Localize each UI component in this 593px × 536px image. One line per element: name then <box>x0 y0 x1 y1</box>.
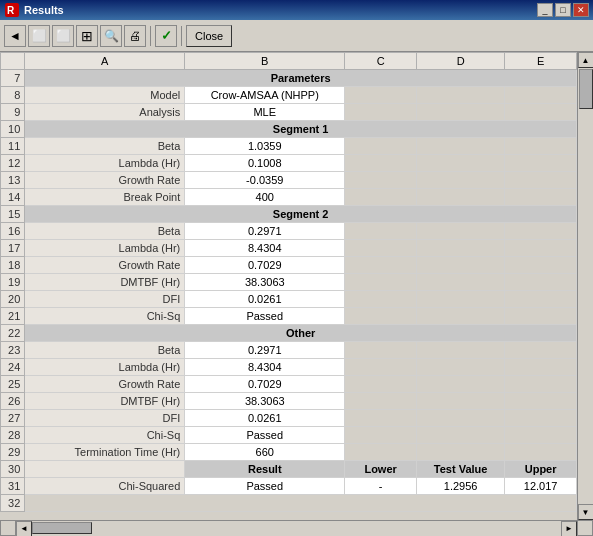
grid-button[interactable]: ⊞ <box>76 25 98 47</box>
svg-text:R: R <box>7 5 15 16</box>
table-row: 9AnalysisMLE <box>1 104 577 121</box>
col-d-cell <box>416 274 504 291</box>
table-row: 23Beta0.2971 <box>1 342 577 359</box>
table-row: 30ResultLowerTest ValueUpper <box>1 461 577 478</box>
label-cell <box>25 461 185 478</box>
table-row: 21Chi-SqPassed <box>1 308 577 325</box>
row-number: 23 <box>1 342 25 359</box>
col-c-cell <box>345 274 417 291</box>
col-e-header: E <box>505 53 577 70</box>
col-e-cell <box>505 444 577 461</box>
col-d-header: D <box>416 53 504 70</box>
param-value: 38.3063 <box>185 274 345 291</box>
col-d-cell <box>416 427 504 444</box>
scroll-track-h <box>32 521 561 536</box>
param-label: DFI <box>25 410 185 427</box>
col-b-header: B <box>185 53 345 70</box>
vertical-scrollbar[interactable]: ▲ ▼ <box>577 52 593 520</box>
paste-button[interactable]: ⬜ <box>52 25 74 47</box>
lower-label: Lower <box>345 461 417 478</box>
col-c-cell <box>345 189 417 206</box>
col-d-cell <box>416 359 504 376</box>
col-c-cell <box>345 342 417 359</box>
param-label: Break Point <box>25 189 185 206</box>
scroll-up-button[interactable]: ▲ <box>578 52 594 68</box>
param-value: 1.0359 <box>185 138 345 155</box>
scroll-thumb-v[interactable] <box>579 69 593 109</box>
col-e-cell <box>505 376 577 393</box>
row-number: 30 <box>1 461 25 478</box>
scroll-left-button[interactable]: ◄ <box>16 521 32 537</box>
close-button-toolbar[interactable]: Close <box>186 25 232 47</box>
col-e-cell <box>505 223 577 240</box>
param-value: 0.7029 <box>185 376 345 393</box>
col-c-cell <box>345 427 417 444</box>
maximize-button[interactable]: □ <box>555 3 571 17</box>
param-label: DMTBF (Hr) <box>25 393 185 410</box>
row-number: 8 <box>1 87 25 104</box>
row-number: 17 <box>1 240 25 257</box>
param-label: Lambda (Hr) <box>25 240 185 257</box>
col-d-cell <box>416 104 504 121</box>
col-d-cell <box>416 444 504 461</box>
row-num-header <box>1 53 25 70</box>
col-e-cell <box>505 342 577 359</box>
param-value: MLE <box>185 104 345 121</box>
col-e-cell <box>505 257 577 274</box>
param-label: Beta <box>25 342 185 359</box>
test-value: 1.2956 <box>416 478 504 495</box>
param-value: -0.0359 <box>185 172 345 189</box>
copy-button[interactable]: ⬜ <box>28 25 50 47</box>
col-d-cell <box>416 189 504 206</box>
col-d-cell <box>416 87 504 104</box>
table-row: 16Beta0.2971 <box>1 223 577 240</box>
app-icon: R <box>4 2 20 18</box>
col-e-cell <box>505 138 577 155</box>
col-e-cell <box>505 291 577 308</box>
row-number: 32 <box>1 495 25 512</box>
row-number: 29 <box>1 444 25 461</box>
horizontal-scrollbar[interactable]: ◄ ► <box>16 520 577 536</box>
col-e-cell <box>505 189 577 206</box>
upper-label: Upper <box>505 461 577 478</box>
col-d-cell <box>416 410 504 427</box>
row-number: 15 <box>1 206 25 223</box>
empty-cell <box>25 495 577 512</box>
row-number: 13 <box>1 172 25 189</box>
scroll-thumb-h[interactable] <box>32 522 92 534</box>
param-label: Growth Rate <box>25 376 185 393</box>
scroll-down-button[interactable]: ▼ <box>578 504 594 520</box>
col-d-cell <box>416 240 504 257</box>
param-value: 0.7029 <box>185 257 345 274</box>
excel-button[interactable]: ✓ <box>155 25 177 47</box>
param-value: 0.0261 <box>185 291 345 308</box>
search-button[interactable]: 🔍 <box>100 25 122 47</box>
table-row: 15Segment 2 <box>1 206 577 223</box>
section-header-cell: Segment 1 <box>25 121 577 138</box>
row-number: 28 <box>1 427 25 444</box>
toolbar: ◄ ⬜ ⬜ ⊞ 🔍 🖨 ✓ Close <box>0 20 593 52</box>
section-header-cell: Other <box>25 325 577 342</box>
col-e-cell <box>505 240 577 257</box>
param-value: Crow-AMSAA (NHPP) <box>185 87 345 104</box>
close-button[interactable]: ✕ <box>573 3 589 17</box>
col-e-cell <box>505 104 577 121</box>
table-row: 22Other <box>1 325 577 342</box>
row-number: 27 <box>1 410 25 427</box>
chi-squared-label: Chi-Squared <box>25 478 185 495</box>
col-c-cell <box>345 291 417 308</box>
section-header-cell: Segment 2 <box>25 206 577 223</box>
param-value: Passed <box>185 308 345 325</box>
col-e-cell <box>505 274 577 291</box>
minimize-button[interactable]: _ <box>537 3 553 17</box>
col-d-cell <box>416 342 504 359</box>
table-row: 13Growth Rate-0.0359 <box>1 172 577 189</box>
row-number: 12 <box>1 155 25 172</box>
row-number: 14 <box>1 189 25 206</box>
print-button[interactable]: 🖨 <box>124 25 146 47</box>
scroll-right-button[interactable]: ► <box>561 521 577 537</box>
table-row: 19DMTBF (Hr)38.3063 <box>1 274 577 291</box>
table-row: 29Termination Time (Hr)660 <box>1 444 577 461</box>
back-button[interactable]: ◄ <box>4 25 26 47</box>
table-row: 20DFI0.0261 <box>1 291 577 308</box>
